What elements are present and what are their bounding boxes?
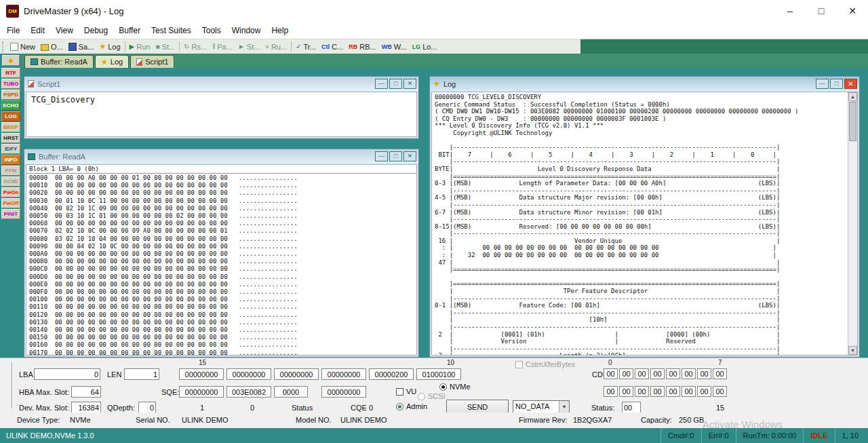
- script1-maximize-icon[interactable]: □: [389, 79, 402, 89]
- sqe-dw-field[interactable]: [416, 368, 461, 380]
- buffer-titlebar[interactable]: Buffer: ReadA — □ ✕: [24, 149, 418, 163]
- log-close-icon[interactable]: ✕: [844, 79, 857, 89]
- sidebar-item-rtf[interactable]: RTF: [1, 68, 20, 78]
- cdb-byte-field[interactable]: [604, 386, 618, 397]
- menu-tools[interactable]: Tools: [197, 22, 226, 39]
- buffer-minimize-icon[interactable]: —: [375, 151, 388, 161]
- toolbar-grip[interactable]: [2, 41, 5, 52]
- status-field[interactable]: [622, 402, 641, 413]
- admin-radio[interactable]: [396, 403, 403, 410]
- sidebar-item-echo[interactable]: ECHO: [1, 100, 20, 111]
- send-button[interactable]: SEND: [446, 400, 509, 414]
- sidebar-item-hrst[interactable]: HRST: [1, 133, 20, 143]
- sidebar-item-fspd[interactable]: FSPD: [1, 90, 20, 100]
- panel-grip[interactable]: [12, 362, 13, 408]
- menu-debug[interactable]: Debug: [79, 22, 113, 39]
- script1-minimize-icon[interactable]: —: [375, 79, 388, 89]
- script1-close-icon[interactable]: ✕: [403, 79, 416, 89]
- sidebar-item-tubo[interactable]: TUBO: [1, 79, 20, 89]
- scsi-radio[interactable]: [418, 393, 425, 400]
- chevron-down-icon[interactable]: ▼: [559, 401, 569, 412]
- log-scrollbar[interactable]: ▲ ▼: [848, 92, 857, 355]
- sqe-dw-field[interactable]: [226, 368, 271, 380]
- cdb-byte-field[interactable]: [713, 368, 727, 379]
- toolbar-ctl-button[interactable]: Ctl C...: [319, 40, 346, 54]
- sidebar-item-beep[interactable]: BEEP: [1, 122, 20, 132]
- toolbar-open-button[interactable]: O...: [38, 40, 66, 54]
- sqe-dw-field[interactable]: [179, 386, 224, 398]
- menu-file[interactable]: File: [1, 22, 25, 39]
- cdb-byte-field[interactable]: [666, 386, 680, 397]
- tab-log[interactable]: ★ Log: [95, 55, 129, 68]
- vu-checkbox[interactable]: [396, 388, 403, 396]
- sidebar-item-pwoff[interactable]: PwOff: [1, 198, 20, 208]
- cstmxferbytes-checkbox[interactable]: [515, 361, 523, 368]
- sqe-dw-field[interactable]: [274, 386, 308, 398]
- sidebar-item-info[interactable]: INFO: [1, 155, 20, 165]
- scroll-up-icon[interactable]: ▲: [848, 92, 857, 101]
- window-titlebar[interactable]: DM DriveMaster 9 (x64) - Log – □ ✕: [0, 0, 868, 22]
- toolbar-restart-button[interactable]: ↻ Rs...: [181, 40, 210, 54]
- menu-edit[interactable]: Edit: [25, 22, 50, 39]
- cdb-byte-field[interactable]: [604, 368, 618, 379]
- sqe-dw-field[interactable]: [369, 368, 414, 380]
- scrollbar-track[interactable]: [848, 142, 857, 346]
- toolbar-rb-button[interactable]: RB RB...: [346, 40, 378, 54]
- cdb-byte-field[interactable]: [650, 386, 665, 397]
- toolbar-log-button[interactable]: ★ Log: [96, 40, 123, 54]
- sqe-dw-field[interactable]: [321, 386, 366, 398]
- toolbar-resume-button[interactable]: » Ru...: [262, 40, 290, 54]
- toolbar-stop-button[interactable]: ■ St...: [153, 40, 178, 54]
- lba-field[interactable]: [34, 368, 100, 380]
- menu-view[interactable]: View: [50, 22, 79, 39]
- close-icon[interactable]: ✕: [837, 0, 868, 22]
- script1-content[interactable]: TCG_Discovery: [26, 92, 417, 137]
- scrollbar-thumb[interactable]: [849, 102, 856, 141]
- sidebar-item-dcmi[interactable]: DCMI: [1, 176, 20, 187]
- tab-script1[interactable]: Script1: [130, 55, 174, 68]
- menu-buffer[interactable]: Buffer: [113, 22, 146, 39]
- len-field[interactable]: [124, 368, 159, 380]
- sqe-dw-field[interactable]: [274, 368, 319, 380]
- cdb-byte-field[interactable]: [650, 368, 665, 379]
- cdb-byte-field[interactable]: [666, 368, 680, 379]
- toolbar-run-button[interactable]: ▶ Run: [127, 40, 153, 54]
- sidebar-item-pinit[interactable]: PINIT: [1, 209, 20, 219]
- nvme-radio[interactable]: [439, 383, 447, 391]
- sqe-dw-field[interactable]: [179, 368, 224, 380]
- cdb-byte-field[interactable]: [697, 386, 711, 397]
- menu-test-suites[interactable]: Test Suites: [146, 22, 197, 39]
- cdb-byte-field[interactable]: [682, 386, 696, 397]
- menu-window[interactable]: Window: [226, 22, 267, 39]
- toolbar-lg-button[interactable]: LG Lo...: [410, 40, 440, 54]
- tab-buffer-reada[interactable]: Buffer: ReadA: [24, 55, 94, 68]
- sqe-dw-field[interactable]: [226, 386, 271, 398]
- buffer-close-icon[interactable]: ✕: [403, 151, 416, 161]
- buffer-maximize-icon[interactable]: □: [389, 151, 402, 161]
- log-maximize-icon[interactable]: □: [830, 79, 843, 89]
- qdepth-field[interactable]: [138, 402, 156, 413]
- transfer-mode-dropdown[interactable]: NO_DATA ▼: [513, 400, 570, 413]
- cdb-byte-field[interactable]: [682, 368, 696, 379]
- sqe-dw-field[interactable]: [321, 368, 366, 380]
- cdb-byte-field[interactable]: [619, 386, 633, 397]
- toolbar-save-button[interactable]: Sa...: [66, 40, 97, 54]
- log-titlebar[interactable]: ★ Log — □ ✕: [430, 77, 859, 91]
- minimize-icon[interactable]: –: [774, 0, 806, 22]
- maximize-icon[interactable]: □: [806, 0, 837, 22]
- sidebar-item-pwon[interactable]: PwOn: [1, 187, 20, 197]
- scroll-down-icon[interactable]: ▼: [848, 346, 857, 355]
- sidebar-item-log[interactable]: LOG: [1, 111, 20, 121]
- sidebar-top-icon[interactable]: ◆: [2, 55, 20, 66]
- sidebar-item-pfm[interactable]: PFM: [1, 166, 20, 176]
- menu-help[interactable]: Help: [266, 22, 294, 39]
- toolbar-trace-button[interactable]: ✓ Tr...: [293, 40, 319, 54]
- toolbar-pause-button[interactable]: ‖ Pa...: [210, 40, 235, 54]
- cdb-byte-field[interactable]: [713, 386, 727, 397]
- toolbar-step-button[interactable]: ► St...: [235, 40, 262, 54]
- cdb-byte-field[interactable]: [619, 368, 633, 379]
- cdb-byte-field[interactable]: [635, 368, 649, 379]
- dev-max-slot-field[interactable]: [71, 402, 101, 413]
- hba-max-slot-field[interactable]: [71, 386, 101, 398]
- script1-titlebar[interactable]: Script1 — □ ✕: [24, 77, 418, 91]
